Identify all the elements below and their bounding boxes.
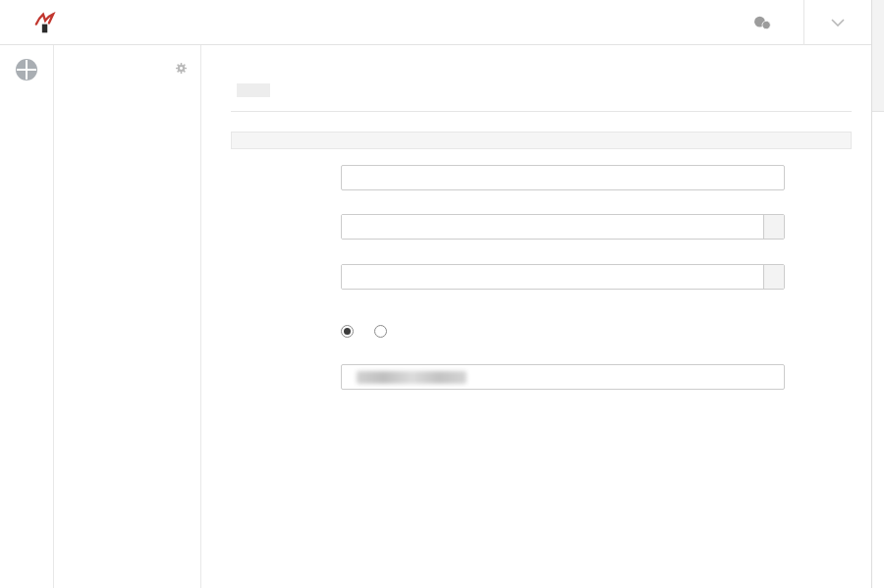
sidebar-nav: [54, 45, 201, 588]
section-header: [231, 132, 852, 149]
chevron-down-icon[interactable]: [804, 19, 871, 27]
form-row-anti-addiction: [231, 214, 852, 252]
program-title-input[interactable]: [341, 165, 785, 190]
field-label: [231, 214, 341, 252]
app-window: [0, 0, 884, 588]
page: [0, 0, 871, 588]
wechat-account-icon: [752, 15, 772, 30]
gear-icon[interactable]: [175, 62, 188, 75]
right-clipped-panel: [871, 0, 884, 588]
form-row-second-confirm: [231, 320, 852, 348]
main-app-icon[interactable]: [0, 57, 53, 82]
form-row-newbie-reward: [231, 264, 852, 300]
tabs-area: [231, 73, 852, 112]
content-panel: [201, 45, 871, 588]
field-label: [231, 320, 341, 348]
radio-off-selected[interactable]: [341, 325, 354, 338]
account-menu[interactable]: [729, 15, 803, 30]
settings-form: [231, 149, 852, 401]
field-label: [231, 165, 341, 190]
form-row-program-title: [231, 165, 852, 190]
right-clipped-panel-header: [872, 0, 884, 112]
radio-on[interactable]: [374, 325, 387, 338]
sidebar-section-header: [54, 51, 200, 84]
main-area: [0, 45, 871, 588]
radio-group: [341, 320, 785, 338]
form-row-copyright: [231, 364, 852, 401]
brand-logo-icon: [31, 10, 57, 35]
newbie-reward-input[interactable]: [342, 265, 763, 289]
anti-addiction-amount-input[interactable]: [342, 215, 763, 239]
field-label: [231, 264, 341, 300]
topbar-right: [729, 0, 871, 44]
censored-blur-region: [357, 371, 467, 384]
tab-delivery-platform-settings[interactable]: [237, 83, 270, 97]
field-label: [231, 364, 341, 401]
topbar: [0, 0, 871, 45]
unit-addon: [763, 215, 784, 239]
unit-addon: [763, 265, 784, 289]
copyright-input[interactable]: [341, 364, 785, 390]
icon-rail: [0, 45, 54, 588]
